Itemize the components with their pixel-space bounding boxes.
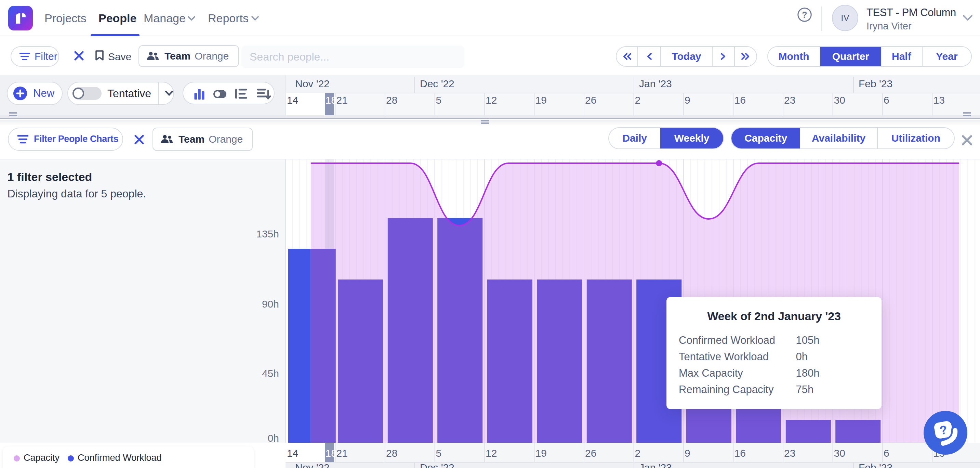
svg-text:?: ? xyxy=(802,10,807,19)
svg-text:9: 9 xyxy=(684,94,690,106)
svg-text:9: 9 xyxy=(684,447,690,459)
svg-text:16: 16 xyxy=(735,94,746,106)
svg-text:Dec '22: Dec '22 xyxy=(420,462,455,468)
svg-text:12: 12 xyxy=(485,94,497,106)
svg-text:Nov '22: Nov '22 xyxy=(295,78,329,89)
svg-text:18: 18 xyxy=(326,447,337,459)
svg-text:Feb '23: Feb '23 xyxy=(859,462,892,468)
svg-text:Dec '22: Dec '22 xyxy=(420,78,455,89)
svg-text:21: 21 xyxy=(336,447,348,459)
svg-text:26: 26 xyxy=(585,447,597,459)
svg-text:16: 16 xyxy=(735,447,746,459)
svg-text:14: 14 xyxy=(287,94,298,106)
svg-text:12: 12 xyxy=(485,447,497,459)
svg-text:26: 26 xyxy=(585,94,597,106)
svg-text:30: 30 xyxy=(834,447,845,459)
svg-text:19: 19 xyxy=(536,447,547,459)
svg-text:Feb '23: Feb '23 xyxy=(859,78,892,89)
svg-text:14: 14 xyxy=(287,447,298,459)
svg-text:6: 6 xyxy=(884,94,889,106)
svg-text:5: 5 xyxy=(436,447,442,459)
svg-text:6: 6 xyxy=(884,447,889,459)
svg-text:Nov '22: Nov '22 xyxy=(295,462,329,468)
svg-text:30: 30 xyxy=(834,94,845,106)
svg-text:23: 23 xyxy=(784,94,795,106)
svg-text:Jan '23: Jan '23 xyxy=(639,462,672,468)
svg-text:Jan '23: Jan '23 xyxy=(639,78,672,89)
svg-text:13: 13 xyxy=(934,94,945,106)
svg-text:5: 5 xyxy=(436,94,442,106)
svg-text:2: 2 xyxy=(635,94,641,106)
svg-text:21: 21 xyxy=(336,94,348,106)
svg-text:18: 18 xyxy=(326,94,337,106)
svg-text:19: 19 xyxy=(536,94,547,106)
svg-text:2: 2 xyxy=(635,447,641,459)
svg-text:28: 28 xyxy=(386,94,397,106)
svg-text:28: 28 xyxy=(386,447,397,459)
svg-text:23: 23 xyxy=(784,447,795,459)
